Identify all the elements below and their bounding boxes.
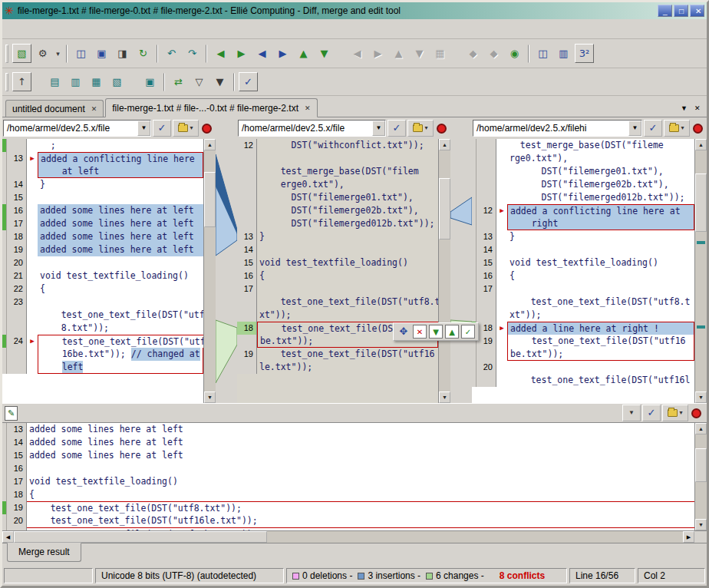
save-all-icon[interactable]: ▣: [92, 44, 111, 63]
new-comparison-icon[interactable]: ▧: [12, 44, 31, 63]
chevron-down-icon[interactable]: ▼: [372, 121, 385, 136]
merge-browse-button[interactable]: ▾: [662, 405, 688, 421]
code-line[interactable]: 21 void test_textfile_loading(): [2, 269, 203, 282]
discard-change-icon[interactable]: ✕: [413, 325, 427, 339]
code-line[interactable]: test_one_text_file(DST("utf16l: [472, 374, 694, 387]
insert-in-right-icon[interactable]: ▼: [410, 44, 429, 63]
code-line[interactable]: right: [472, 217, 694, 230]
toolbar-grip[interactable]: [5, 73, 8, 91]
scroll-right-icon[interactable]: ▶: [683, 531, 694, 543]
scrollbar-track[interactable]: [439, 150, 450, 391]
save-icon[interactable]: ◫: [71, 44, 91, 63]
code-line[interactable]: 17: [472, 282, 694, 296]
validate-merge-icon[interactable]: ✓: [239, 72, 258, 91]
scrollbar-thumb[interactable]: [695, 173, 707, 232]
scrollbar-track[interactable]: [695, 434, 707, 519]
append-to-left-icon[interactable]: ◀: [252, 44, 272, 63]
two-panes-layout-icon[interactable]: ◫: [533, 44, 552, 63]
code-line[interactable]: 23: [2, 296, 203, 309]
merge-validate-button[interactable]: ✓: [642, 405, 661, 421]
scrollbar-track[interactable]: [695, 150, 707, 391]
code-line[interactable]: 17 added some lines here at left: [2, 217, 203, 230]
code-line[interactable]: xt"));: [237, 309, 438, 322]
take-left-change-icon[interactable]: ▼: [429, 325, 443, 339]
menu-view[interactable]: [64, 27, 77, 31]
close-button[interactable]: ✕: [690, 5, 704, 17]
code-line[interactable]: 16: [2, 462, 694, 475]
promote-right-icon[interactable]: ▼: [315, 44, 334, 63]
append-to-right-icon[interactable]: ▶: [273, 44, 292, 63]
sort-icon[interactable]: ▼: [210, 72, 229, 91]
insert-in-left-icon[interactable]: ▲: [389, 44, 408, 63]
tools-dropdown-icon[interactable]: ▾: [54, 44, 62, 63]
right-validate-button[interactable]: ✓: [644, 120, 662, 137]
code-line[interactable]: 18 {: [2, 488, 694, 501]
menu-side[interactable]: [22, 27, 36, 31]
code-line[interactable]: 18 added some lines here at left: [2, 230, 203, 243]
print-icon[interactable]: ◨: [113, 44, 132, 63]
code-line[interactable]: 18 ▶ added a line here at right !: [472, 322, 694, 335]
left-browse-button[interactable]: ▾: [173, 120, 199, 137]
tabbar-close-icon[interactable]: ✕: [690, 101, 704, 114]
move-file-icon[interactable]: ▥: [66, 72, 85, 91]
code-line[interactable]: 16be.txt")); // changed at: [2, 348, 203, 361]
title-bar[interactable]: ✳ file-merge-1.txt # file-merge-0.txt # …: [2, 2, 707, 19]
recompare-icon[interactable]: ◉: [505, 44, 524, 63]
tools-icon[interactable]: ⚙: [33, 44, 52, 63]
tab-close-icon[interactable]: ✕: [91, 105, 97, 113]
menu-goto[interactable]: [50, 27, 64, 31]
tab-list-dropdown-icon[interactable]: ▼: [676, 101, 690, 114]
toolbar-grip[interactable]: [5, 45, 8, 63]
code-line[interactable]: 12 ▶ added a conflicting line here at: [472, 204, 694, 217]
delete-in-right-icon[interactable]: ▶: [368, 44, 387, 63]
maximize-button[interactable]: □: [674, 5, 688, 17]
three-two-panes-icon[interactable]: 3²: [575, 44, 594, 63]
code-line[interactable]: 16 {: [237, 269, 438, 282]
menu-help[interactable]: [119, 27, 133, 31]
scroll-up-icon[interactable]: ▲: [439, 139, 450, 150]
code-line[interactable]: test_merge_base(DST("fileme: [472, 139, 694, 152]
code-line[interactable]: left: [2, 361, 203, 374]
delete-file-icon[interactable]: ▦: [87, 72, 106, 91]
code-line[interactable]: 24 ▶ test_one_text_file(DST("utf: [2, 335, 203, 348]
minimize-button[interactable]: _: [658, 5, 672, 17]
code-line[interactable]: test_merge_base(DST("filem: [237, 165, 438, 178]
chevron-down-icon[interactable]: ▼: [137, 121, 150, 136]
filter-icon[interactable]: ▽: [190, 72, 209, 91]
code-line[interactable]: 13 added some lines here at left: [2, 423, 694, 436]
take-right-change-icon[interactable]: ▲: [445, 325, 459, 339]
middle-path-combo[interactable]: /home/armel/dev2.5.x/file ▼: [238, 120, 386, 137]
code-line[interactable]: 20: [472, 361, 694, 374]
scrollbar-track[interactable]: [204, 150, 216, 391]
copy-to-right-icon[interactable]: ▶: [232, 44, 251, 63]
reload-icon[interactable]: ↻: [134, 44, 153, 63]
scroll-left-icon[interactable]: ◀: [2, 531, 14, 543]
code-line[interactable]: 15: [2, 191, 203, 204]
rename-file-icon[interactable]: ▧: [107, 72, 127, 91]
code-line[interactable]: erge0.txt"),: [237, 178, 438, 191]
left-record-target-icon[interactable]: [202, 124, 212, 134]
code-line[interactable]: [237, 152, 438, 165]
replace-block-icon[interactable]: ▦: [430, 44, 450, 63]
code-line[interactable]: 19 test_one_text_file(DST("utf16: [472, 335, 694, 348]
right-vertical-scrollbar[interactable]: ▲ ▼: [694, 139, 707, 403]
merge-dropdown-button[interactable]: ▼: [622, 405, 641, 421]
scroll-down-icon[interactable]: ▼: [695, 391, 707, 403]
scroll-up-icon[interactable]: ▲: [695, 139, 707, 150]
code-line[interactable]: DST("filemerge01.txt"),: [472, 165, 694, 178]
code-line[interactable]: 17: [237, 282, 438, 296]
scrollbar-track[interactable]: [14, 531, 683, 543]
menu-document[interactable]: [8, 27, 22, 31]
scroll-down-icon[interactable]: ▼: [204, 391, 216, 403]
code-line[interactable]: 15 added some lines here at left: [2, 449, 694, 462]
code-line[interactable]: 14: [237, 243, 438, 256]
scroll-up-icon[interactable]: ▲: [695, 423, 707, 434]
menu-customize[interactable]: [105, 27, 119, 31]
scrollbar-thumb[interactable]: [439, 178, 450, 239]
copy-file-icon[interactable]: ▤: [45, 72, 64, 91]
previous-conflict-icon[interactable]: ◆: [463, 44, 483, 63]
middle-browse-button[interactable]: ▾: [407, 120, 434, 137]
code-line[interactable]: 22 {: [2, 282, 203, 296]
code-line[interactable]: 13 }: [237, 230, 438, 243]
scroll-up-icon[interactable]: ▲: [204, 139, 216, 150]
